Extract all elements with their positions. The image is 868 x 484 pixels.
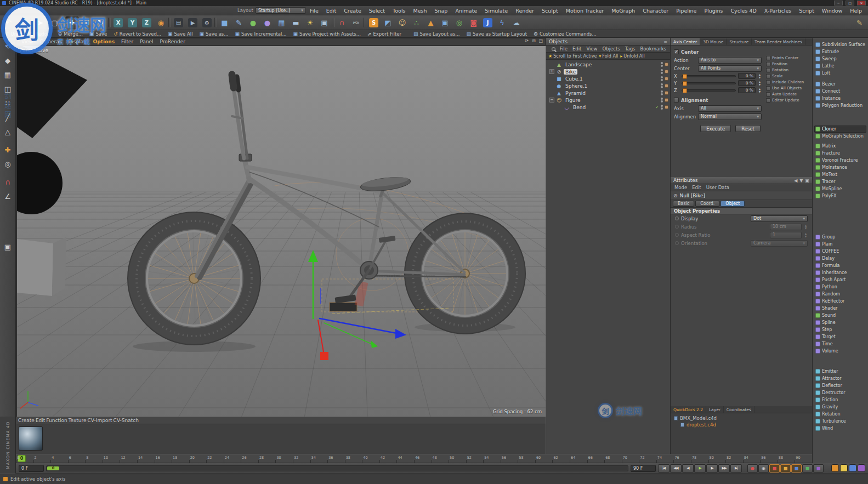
palette-item[interactable]: Group (814, 234, 866, 241)
panel-tab[interactable]: 3D Mouse (700, 38, 727, 45)
expander-toggle[interactable]: − (549, 98, 554, 103)
menu-item[interactable]: Help (846, 7, 866, 14)
palette-item[interactable]: Subdivision Surface (814, 41, 866, 48)
axis-value-field[interactable]: 0 % (738, 73, 756, 79)
palette-item[interactable]: Lathe (814, 62, 866, 70)
palette-item[interactable]: Random (814, 291, 866, 298)
menu-item[interactable]: Animate (451, 7, 481, 14)
axis-option-checkbox[interactable]: Position (766, 61, 810, 66)
picture-viewer-icon[interactable] (849, 464, 856, 472)
bike-model[interactable] (128, 75, 525, 352)
ram-player-icon[interactable] (840, 464, 848, 472)
palette-item[interactable]: Gravity (814, 403, 866, 411)
redo-icon[interactable]: ↷ (16, 16, 30, 29)
palette-item[interactable]: Inheritance (814, 269, 866, 276)
spinner[interactable]: ▲▼ (804, 232, 808, 238)
palette-item[interactable]: Delay (814, 255, 866, 262)
rotate-tool-icon[interactable]: ↻ (94, 16, 107, 29)
object-tree-row[interactable]: ▲ Landscape ✓ (546, 61, 670, 68)
document-list-item[interactable]: droptest.c4d (674, 422, 809, 428)
tag-icon[interactable] (665, 98, 668, 102)
palette-item[interactable]: Polygon Reduction (814, 102, 866, 109)
objects-menu-item[interactable]: Tags (623, 46, 638, 52)
animation-dot-icon[interactable] (675, 217, 679, 220)
menu-item[interactable]: Create (340, 7, 365, 14)
alignment-checkbox[interactable] (674, 98, 679, 103)
goto-end-button[interactable]: ▶| (730, 464, 742, 472)
palette-item[interactable]: Rotation (814, 411, 866, 418)
material-menu-item[interactable]: CV-Import (88, 418, 112, 423)
quickdock-tab[interactable]: Layer (706, 406, 724, 413)
layout-dropdown[interactable]: Startup (Use..) (256, 7, 306, 14)
palette-item[interactable]: Push Apart (814, 276, 866, 283)
tag-icon[interactable] (665, 105, 668, 109)
snap-toggle-icon[interactable]: ∩ (1, 175, 14, 189)
palette-item[interactable]: Plain (814, 241, 866, 248)
objects-menu-item[interactable]: Objects (600, 46, 622, 52)
file-toolbar-button[interactable]: ▣ Save Incremental... (232, 31, 289, 37)
metaball-icon[interactable]: ● (260, 16, 274, 29)
spinner[interactable]: ▲▼ (804, 224, 808, 230)
spline-pen-icon[interactable]: ✎ (232, 16, 246, 29)
live-selection-icon[interactable]: ➤ (33, 16, 47, 29)
scale-tool-icon[interactable]: ⇲ (80, 16, 93, 29)
customize-layout-icon[interactable]: ✎ (853, 16, 866, 29)
axis-value-field[interactable]: 0 % (738, 80, 756, 86)
axis-option-checkbox[interactable]: Include Children (766, 79, 810, 84)
viewport-sync-icon[interactable]: ⟳ (524, 38, 530, 43)
palette-item[interactable]: Formula (814, 262, 866, 269)
action-dropdown[interactable]: Axis to (698, 57, 762, 64)
file-toolbar-button[interactable]: ▣ Save as... (197, 31, 231, 37)
menu-item[interactable]: Mesh (409, 7, 430, 14)
file-toolbar-button[interactable]: ▤ Save Layout as... (411, 31, 462, 37)
object-tree-row[interactable]: ■ Cube.1 ✓ (546, 75, 670, 82)
render-view-icon[interactable]: ▤ (172, 16, 185, 29)
axis-option-checkbox[interactable]: Editor Update (766, 98, 810, 103)
object-tree-row[interactable]: ◡ Bend ✓ (546, 104, 670, 111)
object-tree-row[interactable]: ▲ Pyramid ✓ (546, 89, 670, 96)
timeline-ruler[interactable]: 0 02468101214161820222426283032343638404… (16, 454, 812, 463)
axis-option-checkbox[interactable]: Use All Objects (766, 86, 810, 90)
palette-item[interactable]: Cloner (814, 126, 866, 133)
panel-menu-icon[interactable]: ≡ (663, 39, 667, 44)
material-menu-item[interactable]: Function (46, 418, 67, 423)
object-label[interactable]: Cube.1 (564, 76, 585, 82)
frame-slider-thumb[interactable]: 0 (47, 466, 59, 470)
quickdock-tab[interactable]: QuickDocs 2.2 (671, 406, 706, 413)
menu-item[interactable]: Pipeline (672, 7, 700, 14)
play-button[interactable]: ▶ (694, 464, 706, 472)
attribute-tab[interactable]: Coord. (695, 201, 719, 207)
viewport-canvas[interactable]: Perspective Grid Spacing : 62 cm (17, 46, 546, 417)
palette-item[interactable]: PolyFX (814, 192, 866, 200)
file-toolbar-button[interactable]: ⊕ Merge... (55, 31, 86, 37)
menu-item[interactable]: Render (512, 7, 538, 14)
objects-menu-item[interactable]: View (584, 46, 599, 52)
texture-mode-icon[interactable]: ▦ (1, 68, 14, 81)
palette-item[interactable]: Sound (814, 312, 866, 319)
key-position-button[interactable]: ■ (769, 464, 780, 472)
reset-button[interactable]: Reset (735, 125, 761, 132)
axis-dropdown[interactable]: All (698, 105, 762, 112)
snap-magnet-icon[interactable]: ∩ (335, 16, 349, 29)
psr-icon[interactable]: PSR (349, 16, 363, 29)
panel-tab[interactable]: Axis Center (671, 38, 700, 45)
palette-item[interactable]: Connect (814, 88, 866, 95)
palette-item[interactable]: Loft (814, 70, 866, 77)
viewport-menu-item[interactable]: Filter (118, 39, 136, 44)
pipeline-icon[interactable]: ▲ (424, 16, 438, 29)
sphere-object[interactable] (17, 152, 63, 214)
axis-slider[interactable] (682, 75, 736, 77)
palette-item[interactable]: Fracture (814, 150, 866, 157)
render-shortcut-icon[interactable] (831, 464, 839, 472)
tag-icon[interactable] (665, 70, 668, 73)
palette-item[interactable]: Time (814, 340, 866, 348)
lock-icon[interactable]: ◙ (467, 16, 480, 29)
palette-item[interactable]: Step (814, 326, 866, 333)
object-tree-row[interactable]: − ☺ Figure ✓ (546, 96, 670, 104)
material-menu-item[interactable]: Texture (69, 418, 87, 423)
object-label[interactable]: Sphere.1 (564, 83, 589, 89)
menu-item[interactable]: Motion Tracker (562, 7, 608, 14)
cycles-icon[interactable]: ◎ (452, 16, 466, 29)
objects-menu-item[interactable]: Edit (570, 46, 583, 52)
object-label[interactable]: Pyramid (564, 90, 587, 96)
